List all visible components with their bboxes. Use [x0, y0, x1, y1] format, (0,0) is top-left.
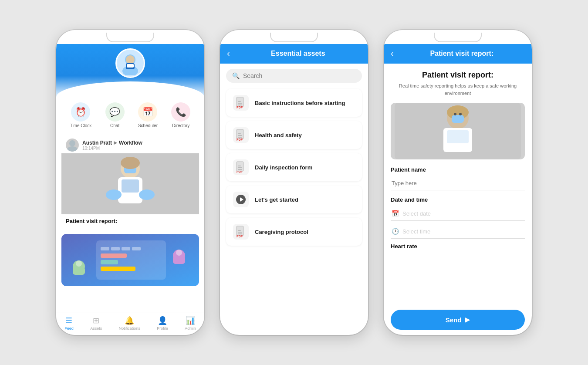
pdf-icon-3: PDF	[233, 159, 249, 175]
svg-rect-17	[101, 247, 109, 250]
feed-user-row: Austin Pratt ▶ Workflow 10:14PM	[61, 135, 199, 153]
notch-3	[434, 33, 482, 42]
phone3-header: ‹ Patient visit report:	[384, 44, 532, 64]
admin-nav-label: Admin	[185, 326, 196, 331]
profile-nav-label: Profile	[157, 326, 168, 331]
svg-rect-50	[238, 230, 241, 231]
patient-name-input[interactable]	[391, 176, 525, 190]
notch-bar-3	[384, 30, 532, 44]
feed-caption: Patient visit report:	[61, 214, 199, 227]
avatar	[115, 48, 145, 78]
nav-notifications[interactable]: 🔔 Notifications	[119, 316, 140, 331]
feed-user-info: Austin Pratt ▶ Workflow 10:14PM	[82, 140, 142, 151]
svg-rect-23	[101, 267, 135, 271]
send-arrow-icon: ▶	[465, 316, 470, 324]
phone3-header-title: Patient visit report:	[399, 50, 525, 57]
svg-rect-41	[238, 169, 242, 170]
asset-item-caregiving-protocol[interactable]: PDF Caregiving protocol	[226, 218, 362, 246]
svg-rect-36	[238, 137, 242, 138]
phone-3: ‹ Patient visit report: Patient visit re…	[384, 30, 532, 335]
feed-nav-label: Feed	[64, 326, 74, 331]
svg-rect-56	[447, 130, 469, 143]
nav-admin[interactable]: 📊 Admin	[185, 316, 196, 331]
wave-bg	[56, 81, 204, 97]
svg-rect-31	[238, 105, 242, 105]
svg-point-6	[67, 146, 78, 152]
notifications-nav-icon: 🔔	[125, 316, 134, 325]
asset-item-daily-inspection[interactable]: PDF Daily inspection form	[226, 153, 362, 181]
notifications-nav-label: Notifications	[119, 326, 140, 331]
asset-item-lets-get-started[interactable]: Let's get started	[226, 186, 362, 213]
back-button-2[interactable]: ‹	[227, 48, 230, 58]
nav-profile[interactable]: 👤 Profile	[157, 316, 168, 331]
directory-label: Directory	[172, 123, 189, 128]
notch-2	[270, 33, 318, 42]
notch-bar-1	[56, 30, 204, 44]
asset-item-health-safety[interactable]: PDF Health and safety	[226, 121, 362, 149]
time-picker-row[interactable]: 🕐 Select time	[391, 224, 525, 239]
time-clock-label: Time Clock	[70, 123, 92, 128]
quick-icon-directory[interactable]: 📞 Directory	[171, 102, 190, 128]
feed-post-1: Austin Pratt ▶ Workflow 10:14PM	[61, 135, 199, 227]
clock-icon: 🕐	[392, 228, 399, 235]
nav-feed[interactable]: ☰ Feed	[64, 316, 74, 331]
svg-point-5	[69, 140, 75, 146]
search-input[interactable]	[243, 72, 356, 79]
pdf-icon-4: PDF	[233, 224, 249, 240]
search-icon: 🔍	[232, 72, 240, 79]
svg-text:PDF: PDF	[237, 170, 243, 173]
svg-rect-57	[452, 115, 464, 123]
search-bar[interactable]: 🔍	[226, 69, 362, 83]
svg-rect-19	[122, 247, 130, 250]
chat-label: Chat	[110, 123, 119, 128]
asset-label-lets-get-started: Let's get started	[255, 196, 298, 203]
date-placeholder-text: Select date	[402, 210, 431, 217]
asset-item-basic-instructions[interactable]: PDF Basic instructions before starting	[226, 89, 362, 117]
time-placeholder-text: Select time	[402, 228, 430, 235]
quick-icon-scheduler[interactable]: 📅 Scheduler	[138, 102, 158, 128]
svg-rect-49	[238, 232, 242, 233]
svg-rect-42	[238, 167, 242, 168]
send-button-label: Send	[446, 316, 462, 324]
feed-workflow-label: Workflow	[119, 140, 142, 146]
profile-nav-icon: 👤	[158, 316, 167, 325]
directory-icon: 📞	[171, 102, 190, 122]
svg-point-11	[106, 189, 122, 200]
phone3-body: Patient visit report: Real time safety r…	[384, 64, 532, 304]
svg-point-25	[76, 260, 82, 267]
svg-rect-48	[238, 233, 242, 234]
report-title: Patient visit report:	[391, 71, 525, 80]
asset-list: PDF Basic instructions before starting P…	[220, 86, 368, 335]
nav-assets[interactable]: ⊞ Assets	[90, 316, 102, 331]
svg-rect-18	[111, 247, 120, 250]
scheduler-icon: 📅	[138, 102, 157, 122]
scheduler-label: Scheduler	[138, 123, 158, 128]
svg-rect-29	[173, 256, 185, 264]
svg-point-28	[176, 250, 182, 256]
quick-icon-chat[interactable]: 💬 Chat	[105, 102, 125, 128]
phone2-header-title: Essential assets	[235, 50, 361, 57]
svg-rect-37	[238, 135, 242, 136]
feed-nav-icon: ☰	[65, 316, 72, 325]
asset-label-basic-instructions: Basic instructions before starting	[255, 100, 345, 106]
asset-label-daily-inspection: Daily inspection form	[255, 164, 312, 171]
date-picker-row[interactable]: 📅 Select date	[391, 206, 525, 221]
feed-image	[61, 153, 199, 214]
feed-avatar	[66, 139, 79, 152]
feed-arrow-icon: ▶	[114, 140, 117, 145]
back-button-3[interactable]: ‹	[391, 48, 394, 58]
admin-nav-icon: 📊	[186, 316, 195, 325]
bottom-nav: ☰ Feed ⊞ Assets 🔔 Notifications 👤 Profil…	[56, 312, 204, 335]
heart-rate-label: Heart rate	[391, 243, 525, 250]
quick-icon-time-clock[interactable]: ⏰ Time Clock	[70, 102, 92, 128]
pdf-icon-1: PDF	[233, 95, 249, 111]
patient-name-label: Patient name	[391, 166, 525, 173]
svg-point-14	[121, 157, 140, 169]
svg-rect-22	[101, 260, 118, 264]
send-button[interactable]: Send ▶	[391, 310, 525, 330]
svg-rect-21	[101, 253, 127, 258]
phone-1: ⏰ Time Clock 💬 Chat 📅 Scheduler 📞 Direct…	[56, 30, 204, 335]
report-image	[391, 103, 525, 159]
time-clock-icon: ⏰	[71, 102, 90, 122]
assets-nav-icon: ⊞	[93, 316, 99, 325]
